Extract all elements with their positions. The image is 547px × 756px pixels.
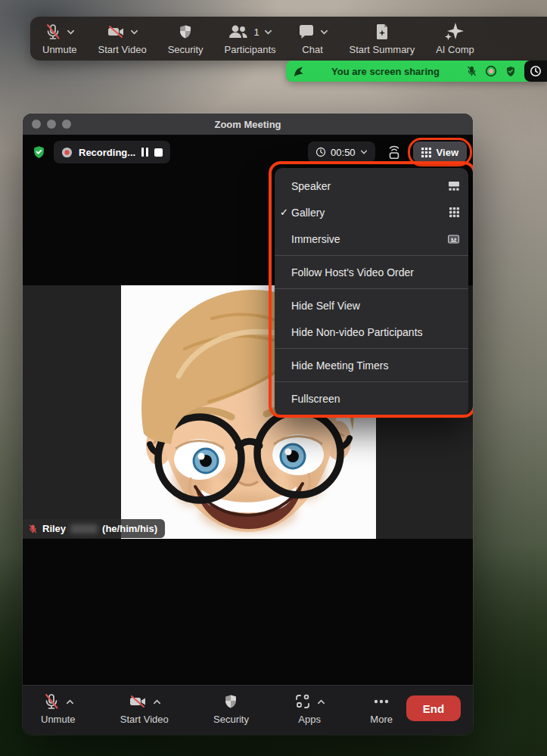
redacted-last-name: [70, 524, 98, 534]
video-off-icon: [128, 692, 148, 711]
apps-icon: [294, 692, 312, 711]
pause-recording-button[interactable]: [141, 148, 148, 157]
meeting-timer-value: 00:50: [331, 147, 356, 158]
menu-item-hide-self-view[interactable]: Hide Self View: [275, 292, 468, 319]
unmute-label: Unmute: [41, 714, 76, 725]
recording-pill: Recording...: [54, 141, 170, 163]
chevron-up-icon[interactable]: [66, 698, 74, 706]
meeting-timer-pill[interactable]: 00:50: [308, 142, 375, 163]
menu-item-label: Hide Non-video Participants: [291, 326, 423, 338]
start-video-label: Start Video: [98, 44, 147, 55]
view-button[interactable]: View: [413, 142, 467, 163]
unmute-button[interactable]: Unmute: [42, 22, 77, 55]
menu-separator: [275, 348, 468, 349]
apps-button[interactable]: Apps: [294, 692, 325, 725]
shield-check-icon: [505, 65, 517, 78]
in-meeting-top-bar: Recording... 00:50: [23, 135, 473, 170]
traffic-light-buttons[interactable]: [32, 120, 71, 129]
menu-separator: [275, 288, 468, 289]
summary-doc-icon: [375, 23, 390, 41]
start-video-button[interactable]: Start Video: [120, 692, 169, 725]
chat-button[interactable]: Chat: [297, 22, 328, 55]
record-dot-icon: [61, 147, 73, 158]
more-label: More: [370, 714, 393, 725]
floating-meeting-toolbar: Unmute Start Video: [30, 17, 547, 61]
menu-item-immersive[interactable]: Immersive: [275, 226, 468, 252]
stop-recording-button[interactable]: [154, 148, 163, 157]
view-dropdown-menu: Speaker ✓ Gallery Immersive: [275, 168, 468, 416]
security-button[interactable]: Security: [168, 22, 204, 55]
participant-pronouns: (he/him/his): [102, 523, 157, 534]
chevron-down-icon[interactable]: [67, 28, 75, 36]
chevron-down-icon[interactable]: [264, 28, 272, 36]
start-video-label: Start Video: [120, 714, 169, 725]
chevron-down-icon[interactable]: [360, 148, 368, 156]
speaker-view-icon: [449, 182, 459, 191]
mic-muted-icon: [466, 65, 477, 77]
window-title: Zoom Meeting: [214, 119, 281, 130]
mic-muted-icon: [42, 692, 61, 711]
start-summary-button[interactable]: Start Summary: [350, 22, 415, 55]
zoom-window-button[interactable]: [62, 120, 71, 129]
participants-icon: [228, 23, 249, 40]
meeting-clock-button[interactable]: [524, 61, 547, 82]
screen-sharing-banner: You are screen sharing: [286, 61, 547, 82]
shield-icon: [222, 692, 239, 711]
window-titlebar[interactable]: Zoom Meeting: [23, 114, 473, 135]
participants-button[interactable]: 1 Participants: [225, 22, 276, 55]
more-button[interactable]: More: [370, 692, 393, 725]
zoom-meeting-window: Zoom Meeting Recording... 00:50: [23, 114, 473, 735]
menu-item-fullscreen[interactable]: Fullscreen: [275, 385, 468, 412]
menu-separator: [275, 255, 468, 256]
ai-companion-label: AI Comp: [436, 44, 474, 55]
unmute-label: Unmute: [42, 44, 77, 55]
mic-muted-icon: [44, 23, 62, 41]
chevron-up-icon[interactable]: [317, 698, 325, 706]
menu-item-label: Hide Meeting Timers: [291, 359, 388, 372]
menu-item-gallery[interactable]: ✓ Gallery: [275, 199, 468, 226]
start-summary-label: Start Summary: [350, 44, 415, 55]
chevron-down-icon[interactable]: [130, 28, 138, 36]
security-label: Security: [168, 44, 204, 55]
participant-name: Riley: [42, 523, 66, 534]
participant-nametag: Riley (he/him/his): [23, 519, 165, 538]
menu-item-speaker[interactable]: Speaker: [275, 173, 468, 199]
menu-separator: [275, 381, 468, 382]
menu-item-hide-nonvideo-participants[interactable]: Hide Non-video Participants: [275, 319, 468, 345]
video-off-icon: [106, 23, 126, 41]
shield-icon: [177, 23, 194, 41]
view-button-label: View: [437, 147, 458, 158]
end-meeting-button[interactable]: End: [406, 695, 461, 721]
recording-status-label: Recording...: [79, 147, 135, 158]
security-button[interactable]: Security: [213, 692, 249, 725]
apps-label: Apps: [298, 714, 321, 725]
screen-sharing-text: You are screen sharing: [305, 66, 466, 77]
chevron-up-icon[interactable]: [153, 698, 161, 706]
immersive-view-icon: [448, 235, 459, 244]
chat-bubble-icon: [297, 23, 315, 40]
more-dots-icon: [372, 692, 390, 711]
minimize-window-button[interactable]: [47, 120, 56, 129]
chevron-down-icon[interactable]: [320, 28, 328, 36]
menu-item-hide-meeting-timers[interactable]: Hide Meeting Timers: [275, 352, 468, 378]
close-window-button[interactable]: [32, 120, 41, 129]
menu-item-label: Gallery: [291, 207, 325, 219]
menu-item-follow-host-order[interactable]: Follow Host's Video Order: [275, 259, 468, 285]
encryption-shield-icon[interactable]: [32, 145, 46, 160]
participants-count: 1: [253, 26, 259, 38]
security-label: Security: [213, 714, 249, 725]
ai-companion-button[interactable]: AI Comp: [436, 22, 474, 55]
check-icon: ✓: [280, 207, 288, 218]
menu-item-label: Immersive: [291, 233, 340, 245]
clock-icon: [315, 147, 326, 157]
annotation-arrow-icon[interactable]: [292, 65, 305, 78]
unmute-button[interactable]: Unmute: [41, 692, 76, 725]
menu-item-label: Fullscreen: [291, 393, 340, 405]
menu-item-label: Follow Host's Video Order: [291, 266, 414, 278]
grid-view-icon: [421, 148, 431, 157]
mic-muted-icon: [28, 524, 38, 534]
participants-label: Participants: [225, 44, 276, 55]
start-video-button[interactable]: Start Video: [98, 22, 147, 55]
recording-indicator-icon: [485, 65, 497, 77]
broadcast-device-icon[interactable]: [386, 144, 402, 160]
